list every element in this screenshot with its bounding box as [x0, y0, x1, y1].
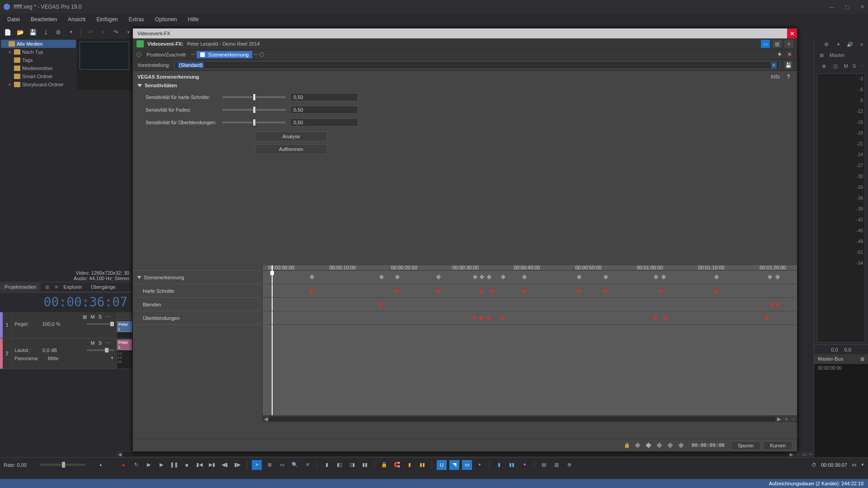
fx-titlebar[interactable]: Videoevent-FX ✕: [133, 28, 797, 38]
fx-hscroll[interactable]: ◀▶＋－: [262, 415, 797, 422]
play-start-button[interactable]: ▶: [144, 460, 154, 470]
fx-info-link[interactable]: Info: [766, 74, 784, 80]
trim-b[interactable]: ▮▯: [335, 460, 344, 470]
master-link-icon[interactable]: ⊕: [820, 63, 827, 69]
track-1-header[interactable]: 1 ⊞MS⋯ Pegel:100,0 % Peter L: [0, 312, 132, 338]
event-c[interactable]: ⊕: [564, 460, 574, 470]
tool-a[interactable]: ⊞: [264, 460, 274, 470]
analyse-button[interactable]: Analyse: [255, 131, 327, 141]
row1-value[interactable]: 0,50: [290, 93, 358, 101]
trim-d[interactable]: ▮▮: [360, 460, 370, 470]
ripple-a[interactable]: ▮: [494, 460, 504, 470]
chain-add-icon[interactable]: ✚: [775, 51, 783, 59]
chain-del-icon[interactable]: ✖: [785, 51, 793, 59]
lock-button[interactable]: 🔒: [379, 460, 389, 470]
kurven-button[interactable]: Kurven: [763, 441, 793, 450]
mode-flag[interactable]: ◥: [449, 460, 459, 470]
dropdown-icon[interactable]: ▼: [66, 27, 76, 37]
track-1-mute[interactable]: M: [90, 314, 94, 320]
row2-value[interactable]: 0,50: [290, 106, 358, 114]
step-fwd-button[interactable]: ▮▶: [232, 460, 242, 470]
undo-dd[interactable]: ▼: [98, 27, 108, 37]
row3-value[interactable]: 0,50: [290, 118, 358, 127]
zoom-tool[interactable]: 🔍: [290, 460, 300, 470]
preset-dropdown[interactable]: (Standard)▾: [175, 61, 780, 69]
redo-icon[interactable]: ↷: [111, 27, 121, 37]
timeline-hscroll[interactable]: ◀▶－▭＋: [117, 451, 814, 457]
tree-medienordner[interactable]: Medienordner: [1, 64, 76, 72]
kf-del-icon[interactable]: [656, 441, 664, 450]
menu-extras[interactable]: Extras: [124, 15, 149, 23]
loop-button[interactable]: ↻: [131, 460, 141, 470]
go-start-button[interactable]: ▮◀: [194, 460, 204, 470]
mode-u[interactable]: U: [437, 460, 447, 470]
fx-help-icon[interactable]: ?: [784, 74, 793, 80]
kf-lock-icon[interactable]: 🔒: [623, 441, 631, 450]
lane-hdr-cross[interactable]: Überblendungen: [133, 311, 262, 325]
maximize-icon[interactable]: ▢: [845, 4, 849, 10]
menu-ansicht[interactable]: Ansicht: [63, 15, 90, 23]
menu-datei[interactable]: Datei: [3, 15, 24, 23]
track-2-mute[interactable]: M: [90, 340, 94, 346]
mode-c[interactable]: ▭: [462, 460, 472, 470]
menu-bearbeiten[interactable]: Bearbeiten: [26, 15, 61, 23]
fx-view-b[interactable]: ▥: [773, 40, 782, 48]
ripple-b[interactable]: ▮▮: [507, 460, 517, 470]
master-fx-icon[interactable]: ◫: [832, 63, 839, 69]
track-2-solo[interactable]: S: [99, 340, 102, 346]
tree-root[interactable]: −Alle Medien: [1, 40, 76, 48]
stop-button[interactable]: ■: [182, 460, 192, 470]
tree-storyboard[interactable]: +Storyboard-Ordner: [1, 80, 76, 89]
play-button[interactable]: ▶: [156, 460, 166, 470]
lane-hdr-scene[interactable]: Szenenerkennung: [133, 271, 262, 284]
mode-dd[interactable]: ▼: [475, 460, 485, 470]
menu-optionen[interactable]: Optionen: [151, 15, 182, 23]
track-2-clip[interactable]: Peter L 12:24:36:: [117, 338, 132, 369]
tree-smart[interactable]: Smart-Ordner: [1, 72, 76, 80]
lane-hdr-blend[interactable]: Blenden: [133, 298, 262, 311]
marker-b[interactable]: ▮▮: [417, 460, 427, 470]
media-thumbnail[interactable]: [80, 42, 129, 70]
event-a[interactable]: ▤: [539, 460, 549, 470]
fx-view-c[interactable]: ≡: [784, 40, 793, 48]
section-title[interactable]: Sensitivitäten: [145, 83, 177, 88]
tab-projektmedien[interactable]: Projektmedien: [0, 283, 41, 291]
chain-start-icon[interactable]: [137, 52, 141, 57]
row1-slider[interactable]: [222, 96, 286, 98]
kf-last-icon[interactable]: [677, 441, 685, 450]
tool-del[interactable]: ✕: [302, 460, 312, 470]
trim-a[interactable]: ▮: [322, 460, 332, 470]
auftrennen-button[interactable]: Auftrennen: [255, 144, 327, 154]
tab-explorer[interactable]: Explorer: [59, 283, 86, 291]
preset-save-icon[interactable]: 💾: [784, 61, 793, 69]
sliders-icon[interactable]: ≡: [858, 42, 865, 47]
tab-pin-icon[interactable]: ⊞: [41, 283, 50, 291]
marker-a[interactable]: ▮: [405, 460, 415, 470]
normal-edit-tool[interactable]: ➤: [252, 460, 262, 470]
fx-lane-canvas[interactable]: 00:00:00:0000:00:10:0000:00:20:0000:00:3…: [262, 265, 797, 422]
tree-tags[interactable]: Tags: [1, 56, 76, 64]
undo-icon[interactable]: ↶: [85, 27, 95, 37]
selection-tool[interactable]: ▭: [277, 460, 287, 470]
masterbus-tab[interactable]: Master-Bus⊞: [814, 354, 868, 363]
track-1-solo[interactable]: S: [99, 314, 102, 320]
event-b[interactable]: ▥: [552, 460, 561, 470]
go-end-button[interactable]: ▶▮: [207, 460, 217, 470]
rate-slider[interactable]: [40, 464, 85, 466]
master-solo[interactable]: S: [853, 63, 856, 69]
kf-prev-icon[interactable]: [634, 441, 642, 450]
render-icon[interactable]: ⤓: [41, 27, 51, 37]
kf-add-icon[interactable]: [645, 441, 653, 450]
redo-dd[interactable]: ▼: [123, 27, 133, 37]
fx-close-icon[interactable]: ✕: [787, 28, 797, 38]
record-button[interactable]: ●: [118, 460, 128, 470]
spuren-button[interactable]: Spuren: [731, 441, 760, 450]
chain-node-position[interactable]: Position/Zuschnitt: [143, 51, 189, 58]
close-icon[interactable]: ✕: [860, 4, 864, 10]
track-2-header[interactable]: 2 MS⋯ Lautst.:0,0 dB Panorama:Mitte▼ Pet…: [0, 338, 132, 369]
maximize-tl-icon[interactable]: ▭: [852, 462, 856, 468]
fx-icon[interactable]: ✦: [519, 460, 529, 470]
minimize-icon[interactable]: —: [829, 4, 834, 10]
chain-end-icon[interactable]: [259, 52, 264, 57]
tab-uebergaenge[interactable]: Übergänge: [86, 283, 120, 291]
